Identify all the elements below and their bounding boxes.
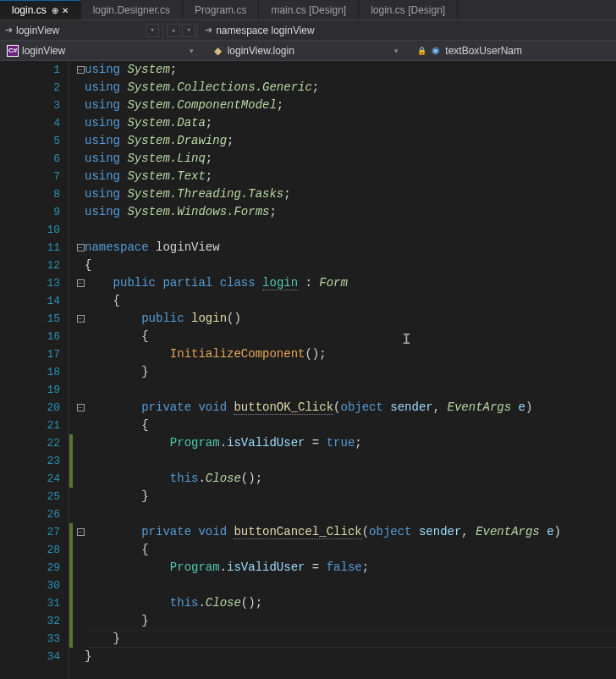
field-icon: ◉ bbox=[430, 45, 442, 57]
file-tab[interactable]: Program.cs bbox=[183, 0, 259, 19]
nav-history-back[interactable]: ▾ bbox=[146, 24, 159, 37]
tab-label: login.cs bbox=[12, 4, 47, 16]
arrow-icon: ➔ bbox=[5, 25, 13, 36]
line-number-gutter: 1234567891011121314151617181920212223242… bbox=[0, 61, 69, 679]
lock-icon: 🔒 bbox=[417, 47, 426, 55]
change-margin bbox=[69, 61, 76, 679]
nav-scope[interactable]: ➔ loginView bbox=[0, 25, 64, 36]
nav-bar: ➔ loginView ▾ ▴ ▾ ➔ namespace loginView bbox=[0, 20, 616, 41]
code-editor[interactable]: 1234567891011121314151617181920212223242… bbox=[0, 61, 616, 679]
code-area[interactable]: I using System;using System.Collections.… bbox=[85, 61, 616, 679]
member-dropdown-bar: C# loginView ▾ ◆ loginView.login ▾ 🔒 ◉ t… bbox=[0, 41, 616, 61]
file-tab[interactable]: login.Designer.cs bbox=[81, 0, 183, 19]
pin-icon[interactable]: ⊕ bbox=[52, 6, 58, 15]
nav-namespace[interactable]: ➔ namespace loginView bbox=[200, 25, 320, 36]
field-selector[interactable]: 🔒 ◉ textBoxUserNam bbox=[410, 45, 616, 57]
outline-margin: −−−−−− bbox=[76, 61, 85, 679]
arrow-icon: ➔ bbox=[205, 25, 212, 36]
nav-up[interactable]: ▴ bbox=[167, 24, 180, 37]
member-selector[interactable]: ◆ loginView.login ▾ bbox=[206, 45, 411, 57]
class-selector[interactable]: C# loginView ▾ bbox=[0, 45, 206, 57]
text-cursor: I bbox=[402, 331, 411, 348]
tab-icons: ⊕ ✕ bbox=[52, 6, 69, 15]
chevron-down-icon: ▾ bbox=[190, 47, 199, 55]
file-tab[interactable]: main.cs [Design] bbox=[259, 0, 359, 19]
file-tabs-row: login.cs ⊕ ✕ login.Designer.cs Program.c… bbox=[0, 0, 616, 20]
file-tab[interactable]: login.cs [Design] bbox=[359, 0, 458, 19]
class-icon: ◆ bbox=[212, 45, 224, 57]
file-tab-active[interactable]: login.cs ⊕ ✕ bbox=[0, 0, 81, 19]
chevron-down-icon: ▾ bbox=[394, 47, 404, 55]
csharp-icon: C# bbox=[7, 45, 19, 57]
close-icon[interactable]: ✕ bbox=[62, 6, 69, 15]
nav-down[interactable]: ▾ bbox=[182, 24, 195, 37]
